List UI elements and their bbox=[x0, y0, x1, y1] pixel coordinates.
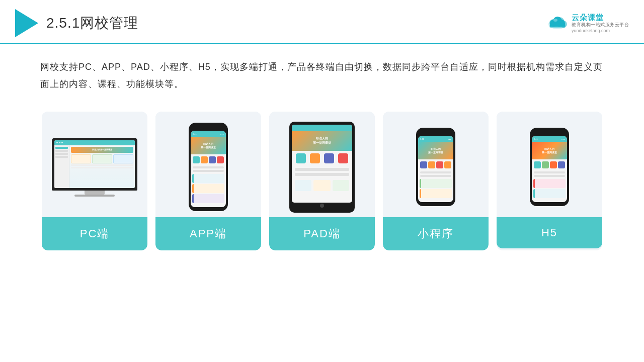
card-pc-image: 职达人的第一堂网课堂 bbox=[42, 112, 147, 217]
brand-url: yunduoketang.com bbox=[572, 28, 629, 33]
card-pad: 职达人的第一堂网课堂 bbox=[269, 112, 375, 250]
description-text: 网校支持PC、APP、PAD、小程序、H5，实现多端打通，产品各终端自由切换，数… bbox=[0, 44, 644, 98]
card-pad-image: 职达人的第一堂网课堂 bbox=[269, 112, 375, 217]
cards-section: 职达人的第一堂网课堂 bbox=[0, 98, 644, 260]
cloud-icon bbox=[546, 14, 569, 32]
card-h5: 9:41 ●●● 职达人的第一堂网课堂 bbox=[497, 112, 602, 250]
app-phone-mockup: 9:41 ●●● 职达人的第一堂网课堂 bbox=[189, 123, 228, 211]
svg-point-9 bbox=[553, 19, 557, 22]
card-app: 9:41 ●●● 职达人的第一堂网课堂 bbox=[155, 112, 261, 250]
card-pc-label: PC端 bbox=[42, 217, 147, 250]
card-miniprogram: 9:41 ●●● 职达人的第一堂网课堂 bbox=[383, 112, 489, 250]
brand-logo: 云朵课堂 教育机构一站式服务云平台 yunduoketang.com bbox=[546, 13, 629, 33]
brand-name: 云朵课堂 bbox=[572, 13, 629, 22]
h5-phone-mockup: 9:41 ●●● 职达人的第一堂网课堂 bbox=[530, 128, 569, 206]
card-miniprogram-label: 小程序 bbox=[383, 217, 489, 250]
card-h5-label: H5 bbox=[497, 217, 602, 248]
brand-text: 云朵课堂 教育机构一站式服务云平台 yunduoketang.com bbox=[572, 13, 629, 33]
card-pc: 职达人的第一堂网课堂 bbox=[42, 112, 147, 250]
title-number: 2.5.1网校管理 bbox=[46, 15, 138, 31]
pc-mockup: 职达人的第一堂网课堂 bbox=[52, 138, 137, 197]
brand-area: 云朵课堂 教育机构一站式服务云平台 yunduoketang.com bbox=[546, 13, 629, 33]
pad-tablet-mockup: 职达人的第一堂网课堂 bbox=[289, 122, 355, 213]
logo-triangle-icon bbox=[15, 9, 38, 37]
card-pad-label: PAD端 bbox=[269, 217, 375, 250]
header-left: 2.5.1网校管理 bbox=[15, 9, 138, 37]
miniprogram-phone-mockup: 9:41 ●●● 职达人的第一堂网课堂 bbox=[416, 128, 455, 206]
page-title: 2.5.1网校管理 bbox=[46, 14, 138, 33]
card-miniprogram-image: 9:41 ●●● 职达人的第一堂网课堂 bbox=[383, 112, 489, 217]
card-app-image: 9:41 ●●● 职达人的第一堂网课堂 bbox=[155, 112, 261, 217]
page-header: 2.5.1网校管理 云朵课堂 教育机构一站式服务云平台 yundu bbox=[0, 0, 644, 44]
brand-slogan: 教育机构一站式服务云平台 bbox=[572, 22, 629, 28]
svg-rect-8 bbox=[550, 23, 565, 27]
card-h5-image: 9:41 ●●● 职达人的第一堂网课堂 bbox=[497, 112, 602, 217]
card-app-label: APP端 bbox=[155, 217, 261, 250]
